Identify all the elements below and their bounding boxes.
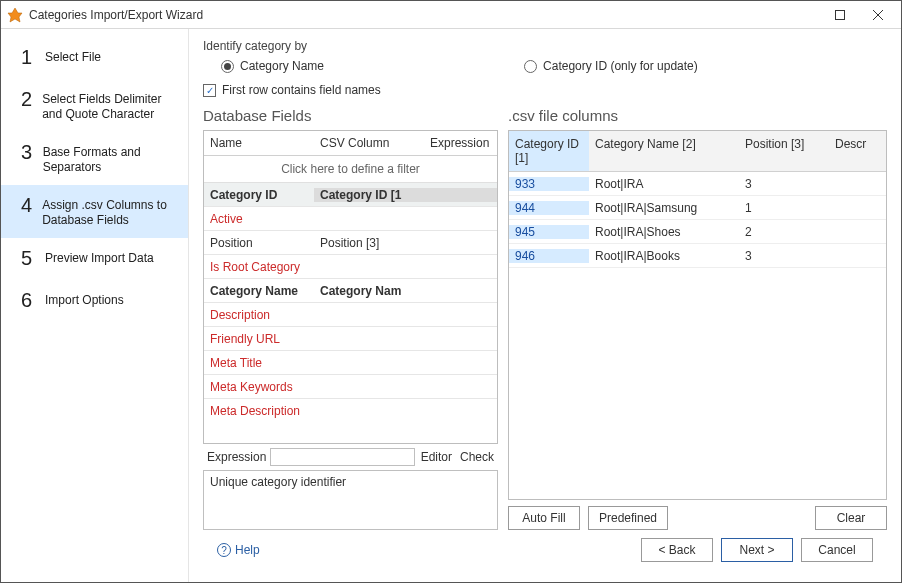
db-row-category-id[interactable]: Category ID Category ID [1	[204, 183, 497, 207]
clear-button[interactable]: Clear	[815, 506, 887, 530]
next-button[interactable]: Next >	[721, 538, 793, 562]
step-3[interactable]: 3 Base Formats and Separators	[1, 132, 188, 185]
wizard-sidebar: 1 Select File 2 Select Fields Delimiter …	[1, 29, 189, 582]
expression-label: Expression	[205, 450, 266, 464]
csv-cell-name: Root|IRA|Shoes	[589, 225, 739, 239]
main-panel: Identify category by Category Name Categ…	[189, 29, 901, 582]
identify-radio-group: Category Name Category ID (only for upda…	[203, 59, 887, 73]
db-header-name[interactable]: Name	[204, 131, 314, 155]
help-label: Help	[235, 543, 260, 557]
step-6[interactable]: 6 Import Options	[1, 280, 188, 322]
db-cell-name: Description	[204, 308, 314, 322]
checkbox-label: First row contains field names	[222, 83, 381, 97]
csv-cell-id: 945	[509, 225, 589, 239]
csv-cell-pos: 2	[739, 225, 829, 239]
radio-label: Category ID (only for update)	[543, 59, 698, 73]
csv-grid[interactable]: Category ID [1] Category Name [2] Positi…	[508, 130, 887, 500]
step-number: 4	[21, 195, 32, 215]
db-cell-csv: Position [3]	[314, 236, 497, 250]
db-cell-name: Is Root Category	[204, 260, 314, 274]
step-number: 3	[21, 142, 33, 162]
window-title: Categories Import/Export Wizard	[29, 8, 821, 22]
csv-header-id[interactable]: Category ID [1]	[509, 131, 589, 171]
db-row-is-root[interactable]: Is Root Category	[204, 255, 497, 279]
expression-check-link[interactable]: Check	[458, 450, 496, 464]
step-label: Select Fields Delimiter and Quote Charac…	[42, 89, 176, 122]
wizard-footer: ? Help < Back Next > Cancel	[203, 530, 887, 574]
step-label: Select File	[45, 47, 101, 65]
csv-row[interactable]: 946 Root|IRA|Books 3	[509, 244, 886, 268]
autofill-button[interactable]: Auto Fill	[508, 506, 580, 530]
db-row-meta-title[interactable]: Meta Title	[204, 351, 497, 375]
csv-row[interactable]: 945 Root|IRA|Shoes 2	[509, 220, 886, 244]
svg-marker-0	[8, 8, 22, 22]
database-fields-panel: Database Fields Name CSV Column Expressi…	[203, 107, 498, 530]
csv-cell-pos: 3	[739, 249, 829, 263]
db-row-friendly-url[interactable]: Friendly URL	[204, 327, 497, 351]
db-cell-name: Meta Description	[204, 404, 314, 418]
step-number: 6	[21, 290, 35, 310]
step-number: 1	[21, 47, 35, 67]
db-cell-name: Friendly URL	[204, 332, 314, 346]
app-icon	[7, 7, 23, 23]
svg-rect-1	[836, 10, 845, 19]
csv-header-position[interactable]: Position [3]	[739, 131, 829, 171]
expression-editor-link[interactable]: Editor	[419, 450, 454, 464]
database-fields-grid[interactable]: Name CSV Column Expression Click here to…	[203, 130, 498, 444]
expression-bar: Expression Editor Check	[203, 444, 498, 470]
csv-columns-title: .csv file columns	[508, 107, 887, 124]
csv-header-descr[interactable]: Descr	[829, 131, 886, 171]
identify-label: Identify category by	[203, 39, 887, 53]
csv-row[interactable]: 944 Root|IRA|Samsung 1	[509, 196, 886, 220]
radio-category-name[interactable]: Category Name	[221, 59, 324, 73]
csv-cell-pos: 3	[739, 177, 829, 191]
db-header-csv[interactable]: CSV Column	[314, 131, 424, 155]
first-row-checkbox[interactable]: ✓ First row contains field names	[203, 83, 887, 97]
csv-header-row: Category ID [1] Category Name [2] Positi…	[509, 131, 886, 172]
database-fields-title: Database Fields	[203, 107, 498, 124]
maximize-button[interactable]	[821, 1, 859, 29]
wizard-window: Categories Import/Export Wizard 1 Select…	[0, 0, 902, 583]
step-label: Assign .csv Columns to Database Fields	[42, 195, 176, 228]
step-4[interactable]: 4 Assign .csv Columns to Database Fields	[1, 185, 188, 238]
db-header-expr[interactable]: Expression	[424, 131, 497, 155]
step-label: Base Formats and Separators	[43, 142, 176, 175]
step-1[interactable]: 1 Select File	[1, 37, 188, 79]
step-number: 2	[21, 89, 32, 109]
radio-category-id[interactable]: Category ID (only for update)	[524, 59, 698, 73]
predefined-button[interactable]: Predefined	[588, 506, 668, 530]
help-link[interactable]: ? Help	[217, 543, 260, 557]
csv-row[interactable]: 933 Root|IRA 3	[509, 172, 886, 196]
csv-buttons-row: Auto Fill Predefined Clear	[508, 500, 887, 530]
db-cell-name: Position	[204, 236, 314, 250]
csv-cell-id: 933	[509, 177, 589, 191]
csv-header-name[interactable]: Category Name [2]	[589, 131, 739, 171]
back-button[interactable]: < Back	[641, 538, 713, 562]
expression-input[interactable]	[270, 448, 414, 466]
db-row-category-name[interactable]: Category Name Category Nam	[204, 279, 497, 303]
csv-cell-name: Root|IRA	[589, 177, 739, 191]
step-number: 5	[21, 248, 35, 268]
db-cell-name: Category ID	[204, 188, 314, 202]
db-row-meta-keywords[interactable]: Meta Keywords	[204, 375, 497, 399]
db-row-active[interactable]: Active	[204, 207, 497, 231]
step-5[interactable]: 5 Preview Import Data	[1, 238, 188, 280]
close-button[interactable]	[859, 1, 897, 29]
titlebar: Categories Import/Export Wizard	[1, 1, 901, 29]
db-row-meta-description[interactable]: Meta Description	[204, 399, 497, 423]
checkbox-icon: ✓	[203, 84, 216, 97]
db-filter-row[interactable]: Click here to define a filter	[204, 156, 497, 183]
db-cell-name: Meta Keywords	[204, 380, 314, 394]
csv-columns-panel: .csv file columns Category ID [1] Catego…	[508, 107, 887, 530]
db-row-description[interactable]: Description	[204, 303, 497, 327]
csv-cell-name: Root|IRA|Books	[589, 249, 739, 263]
radio-icon	[221, 60, 234, 73]
step-label: Import Options	[45, 290, 124, 308]
cancel-button[interactable]: Cancel	[801, 538, 873, 562]
step-2[interactable]: 2 Select Fields Delimiter and Quote Char…	[1, 79, 188, 132]
radio-icon	[524, 60, 537, 73]
field-description-box: Unique category identifier	[203, 470, 498, 530]
db-row-position[interactable]: Position Position [3]	[204, 231, 497, 255]
help-icon: ?	[217, 543, 231, 557]
db-cell-name: Category Name	[204, 284, 314, 298]
